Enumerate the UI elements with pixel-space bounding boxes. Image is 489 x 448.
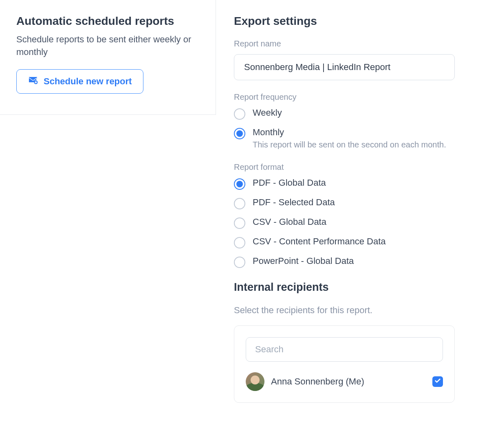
export-settings-panel: Export settings Report name Report frequ… [216, 0, 489, 448]
radio-icon [234, 108, 245, 120]
frequency-radio-group: Weekly Monthly This report will be sent … [234, 108, 489, 149]
recipient-name: Anna Sonnenberg (Me) [271, 376, 426, 387]
radio-icon [234, 217, 245, 229]
scheduled-reports-panel: Automatic scheduled reports Schedule rep… [0, 0, 216, 115]
schedule-new-report-button[interactable]: Schedule new report [16, 69, 143, 94]
report-name-input[interactable] [234, 54, 455, 80]
radio-icon [234, 257, 245, 268]
recipients-box: Anna Sonnenberg (Me) [234, 325, 455, 403]
radio-label: PDF - Global Data [253, 178, 326, 188]
radio-icon [234, 237, 245, 248]
svg-rect-2 [35, 82, 37, 83]
radio-label: CSV - Global Data [253, 217, 326, 227]
mail-plus-icon [28, 75, 38, 88]
schedule-button-label: Schedule new report [44, 76, 132, 87]
check-icon [434, 378, 441, 386]
format-option-pdf-global[interactable]: PDF - Global Data [234, 178, 489, 190]
format-radio-group: PDF - Global Data PDF - Selected Data CS… [234, 178, 489, 268]
frequency-option-monthly[interactable]: Monthly This report will be sent on the … [234, 127, 489, 149]
radio-icon [234, 128, 245, 139]
radio-label: Weekly [253, 108, 282, 118]
export-settings-title: Export settings [234, 15, 489, 28]
radio-icon [234, 178, 245, 190]
internal-recipients-title: Internal recipients [234, 281, 489, 294]
report-format-label: Report format [234, 163, 489, 172]
radio-label: CSV - Content Performance Data [253, 236, 385, 247]
internal-recipients-subtitle: Select the recipients for this report. [234, 305, 489, 316]
format-option-csv-content[interactable]: CSV - Content Performance Data [234, 236, 489, 248]
recipient-checkbox[interactable] [432, 376, 443, 387]
radio-icon [234, 198, 245, 209]
recipient-row[interactable]: Anna Sonnenberg (Me) [246, 372, 443, 391]
format-option-csv-global[interactable]: CSV - Global Data [234, 217, 489, 229]
report-name-label: Report name [234, 39, 489, 48]
format-option-ppt-global[interactable]: PowerPoint - Global Data [234, 256, 489, 268]
format-option-pdf-selected[interactable]: PDF - Selected Data [234, 197, 489, 209]
frequency-option-weekly[interactable]: Weekly [234, 108, 489, 120]
radio-hint: This report will be sent on the second o… [253, 140, 446, 149]
scheduled-reports-subtitle: Schedule reports to be sent either weekl… [16, 33, 199, 59]
radio-label: PowerPoint - Global Data [253, 256, 354, 266]
radio-label: Monthly [253, 127, 446, 138]
recipients-search-input[interactable] [246, 337, 443, 362]
avatar [246, 372, 264, 391]
scheduled-reports-title: Automatic scheduled reports [16, 15, 199, 28]
report-frequency-label: Report frequency [234, 92, 489, 102]
radio-label: PDF - Selected Data [253, 197, 335, 208]
